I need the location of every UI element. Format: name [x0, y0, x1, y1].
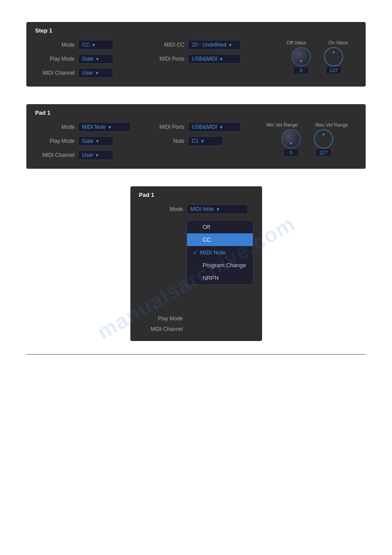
pad1-title: Pad 1 — [35, 109, 357, 116]
pad1-playmode-label: Play Mode — [35, 138, 75, 144]
pad1-midiports-label: MIDI Ports — [154, 124, 184, 130]
step1-onvalue-num: 127 — [326, 66, 342, 74]
step1-midichannel-arrow-icon: ▼ — [95, 71, 99, 76]
step1-panel: Step 1 Mode CC ▼ Play Mode — [26, 22, 366, 87]
pad1-mode-label: Mode — [35, 124, 75, 130]
step1-playmode-dropdown[interactable]: Gate ▼ — [78, 54, 113, 64]
step1-midicc-label: MIDI CC — [154, 42, 184, 48]
step1-midichannel-label: MIDI Channel — [35, 70, 75, 76]
pad1-dd-mode-arrow-icon: ▼ — [216, 207, 220, 212]
step1-midicc-arrow-icon: ▼ — [228, 43, 233, 47]
step1-onvalue-label: On Value — [328, 40, 348, 45]
pad1-midichannel-arrow-icon: ▼ — [95, 153, 99, 158]
pad1-midichannel-dropdown[interactable]: User ▼ — [78, 150, 113, 160]
pad1-midiports-arrow-icon: ▼ — [219, 125, 223, 130]
dropdown-item-program-change[interactable]: Program Change — [187, 259, 253, 272]
step1-mode-dropdown[interactable]: CC ▼ — [78, 40, 113, 50]
step1-midicc-dropdown[interactable]: 20 - Undefined ▼ — [188, 40, 241, 50]
step1-midichannel-dropdown[interactable]: User ▼ — [78, 68, 113, 78]
pad1-maxvel-label: Max Vel Range — [315, 122, 348, 127]
pad1-dd-playmode-label: Play Mode — [139, 316, 183, 322]
step1-title: Step 1 — [35, 27, 357, 34]
pad1-midichannel-label: MIDI Channel — [35, 152, 75, 158]
pad1-minvel-label: Min Vel Range — [266, 122, 298, 127]
step1-offvalue-label: Off Value — [287, 40, 306, 45]
pad1-minvel-num: 0 — [283, 149, 299, 156]
pad1-mode-arrow-icon: ▼ — [108, 125, 112, 130]
dropdown-item-cc[interactable]: CC — [187, 233, 253, 246]
pad1-mode-dropdown[interactable]: MIDI Note ▼ — [78, 122, 131, 132]
pad1-dropdown-panel: Pad 1 Mode MIDI Note ▼ — [130, 186, 262, 341]
pad1-playmode-dropdown[interactable]: Gate ▼ — [78, 136, 113, 146]
pad1-midiports-dropdown[interactable]: USB&MIDI ▼ — [188, 122, 241, 132]
pad1-panel: Pad 1 Mode MIDI Note ▼ Play Mode — [26, 104, 366, 169]
pad1-maxvel-knob[interactable]: 127 — [314, 129, 333, 156]
pad1-playmode-arrow-icon: ▼ — [95, 139, 100, 144]
mode-dropdown-list: Off CC ✓ MIDI Note — [187, 220, 253, 285]
pad1-dropdown-title: Pad 1 — [139, 192, 253, 198]
pad1-dd-mode-dropdown[interactable]: MIDI Note ▼ — [187, 204, 248, 214]
dropdown-item-nrpn[interactable]: NRPN — [187, 272, 253, 284]
pad1-dd-mode-label: Mode — [139, 206, 183, 212]
step1-offvalue-num: 0 — [293, 66, 309, 74]
pad1-note-arrow-icon: ▼ — [200, 139, 205, 144]
pad1-note-dropdown[interactable]: C1 ▼ — [188, 136, 223, 146]
step1-playmode-label: Play Mode — [35, 56, 75, 62]
dropdown-item-midi-note[interactable]: ✓ MIDI Note — [187, 246, 253, 259]
step1-midiports-arrow-icon: ▼ — [219, 57, 223, 62]
pad1-dd-midichannel-label: MIDI Channel — [139, 326, 183, 332]
step1-offvalue-knob[interactable]: 0 — [291, 47, 311, 74]
pad1-note-label: Note — [154, 138, 184, 144]
check-icon: ✓ — [193, 250, 198, 256]
step1-midiports-label: MIDI Ports — [154, 56, 184, 62]
bottom-divider — [26, 354, 366, 355]
step1-playmode-arrow-icon: ▼ — [95, 57, 100, 62]
step1-mode-label: Mode — [35, 42, 75, 48]
pad1-maxvel-num: 127 — [316, 149, 331, 156]
step1-mode-arrow-icon: ▼ — [91, 43, 96, 47]
pad1-minvel-knob[interactable]: 0 — [281, 129, 301, 156]
step1-midiports-dropdown[interactable]: USB&MIDI ▼ — [188, 54, 241, 64]
step1-onvalue-knob[interactable]: 127 — [324, 47, 343, 74]
dropdown-item-off[interactable]: Off — [187, 221, 253, 233]
